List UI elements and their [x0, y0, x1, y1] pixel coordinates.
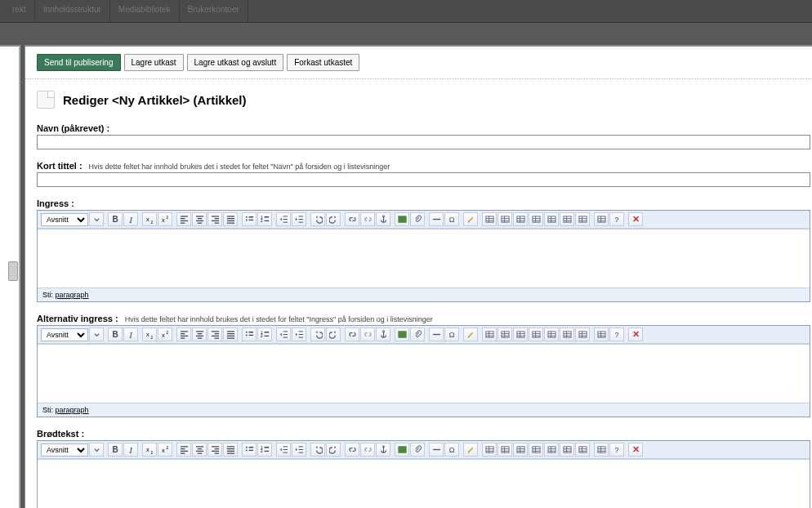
- undo-icon[interactable]: [310, 443, 325, 457]
- indent-icon[interactable]: [292, 328, 306, 341]
- outdent-icon[interactable]: [276, 443, 291, 457]
- align-justify-icon[interactable]: [223, 212, 238, 226]
- anchor-icon[interactable]: [376, 328, 390, 341]
- short-title-input[interactable]: [37, 172, 810, 187]
- format-select[interactable]: Avsnitt: [41, 328, 88, 341]
- redo-icon[interactable]: [326, 328, 341, 341]
- hr-icon[interactable]: [429, 212, 444, 226]
- format-select[interactable]: Avsnitt: [41, 213, 88, 226]
- table-col-icon[interactable]: [513, 328, 528, 341]
- table-del-icon[interactable]: [575, 443, 590, 457]
- remove-icon[interactable]: ✕: [628, 328, 643, 341]
- italic-icon[interactable]: I: [123, 212, 138, 226]
- redo-icon[interactable]: [326, 212, 341, 226]
- table-cell-icon[interactable]: [529, 212, 543, 226]
- table-icon[interactable]: [482, 328, 497, 341]
- format-dropdown-icon[interactable]: [89, 212, 104, 226]
- edit-html-icon[interactable]: [463, 212, 478, 226]
- bold-icon[interactable]: B: [108, 328, 123, 341]
- align-right-icon[interactable]: [207, 212, 222, 226]
- link-icon[interactable]: [345, 328, 359, 341]
- align-right-icon[interactable]: [207, 443, 222, 457]
- editor-body[interactable]: [38, 229, 810, 287]
- image-icon[interactable]: [395, 328, 409, 341]
- save-draft-button[interactable]: Lagre utkast: [124, 54, 184, 71]
- unordered-list-icon[interactable]: [242, 212, 257, 226]
- table-col-icon[interactable]: [513, 212, 528, 226]
- align-justify-icon[interactable]: [223, 328, 238, 341]
- ordered-list-icon[interactable]: 12: [257, 212, 272, 226]
- top-tab[interactable]: Innholdsstruktur: [35, 0, 110, 22]
- hr-icon[interactable]: [429, 328, 444, 341]
- italic-icon[interactable]: I: [123, 443, 138, 457]
- char-icon[interactable]: Ω: [444, 212, 459, 226]
- superscript-icon[interactable]: x2: [158, 212, 172, 226]
- align-center-icon[interactable]: [192, 212, 207, 226]
- align-left-icon[interactable]: [176, 212, 191, 226]
- char-icon[interactable]: Ω: [444, 328, 459, 341]
- editor-body[interactable]: [38, 459, 810, 508]
- unordered-list-icon[interactable]: [242, 443, 257, 457]
- ordered-list-icon[interactable]: 12: [257, 328, 272, 341]
- unlink-icon[interactable]: [360, 443, 375, 457]
- top-tab[interactable]: rekt: [4, 0, 35, 22]
- tool-a-icon[interactable]: [594, 328, 609, 341]
- image-icon[interactable]: [395, 443, 409, 457]
- char-icon[interactable]: Ω: [444, 443, 459, 457]
- format-select[interactable]: Avsnitt: [41, 443, 88, 457]
- table-del-icon[interactable]: [575, 328, 590, 341]
- align-justify-icon[interactable]: [223, 443, 238, 457]
- align-left-icon[interactable]: [176, 328, 191, 341]
- table-row-icon[interactable]: [497, 443, 512, 457]
- link-icon[interactable]: [345, 443, 359, 457]
- help-icon[interactable]: ?: [609, 212, 624, 226]
- undo-icon[interactable]: [310, 212, 325, 226]
- discard-button[interactable]: Forkast utkastet: [287, 54, 359, 71]
- unordered-list-icon[interactable]: [242, 328, 257, 341]
- align-left-icon[interactable]: [176, 443, 191, 457]
- redo-icon[interactable]: [326, 443, 341, 457]
- editor-body[interactable]: [38, 344, 810, 403]
- edit-html-icon[interactable]: [463, 443, 478, 457]
- table-merge-icon[interactable]: [560, 443, 574, 457]
- table-merge-icon[interactable]: [560, 328, 574, 341]
- table-cell-icon[interactable]: [529, 328, 543, 341]
- align-center-icon[interactable]: [192, 443, 207, 457]
- table-split-icon[interactable]: [544, 212, 559, 226]
- table-split-icon[interactable]: [544, 328, 559, 341]
- edit-html-icon[interactable]: [463, 328, 478, 341]
- anchor-icon[interactable]: [376, 443, 390, 457]
- tool-a-icon[interactable]: [594, 443, 609, 457]
- top-tab[interactable]: Brukerkontoer: [180, 0, 248, 22]
- indent-icon[interactable]: [292, 212, 306, 226]
- help-icon[interactable]: ?: [609, 328, 624, 341]
- undo-icon[interactable]: [310, 328, 325, 341]
- align-right-icon[interactable]: [207, 328, 222, 341]
- top-tab[interactable]: Mediabibliotek: [110, 0, 180, 22]
- hr-icon[interactable]: [429, 443, 444, 457]
- table-cell-icon[interactable]: [529, 443, 543, 457]
- help-icon[interactable]: ?: [609, 443, 624, 457]
- remove-icon[interactable]: ✕: [628, 212, 643, 226]
- bold-icon[interactable]: B: [108, 212, 123, 226]
- table-icon[interactable]: [482, 443, 497, 457]
- anchor-icon[interactable]: [376, 212, 390, 226]
- tool-a-icon[interactable]: [594, 212, 609, 226]
- outdent-icon[interactable]: [276, 212, 291, 226]
- table-col-icon[interactable]: [513, 443, 528, 457]
- link-icon[interactable]: [345, 212, 359, 226]
- superscript-icon[interactable]: x2: [158, 443, 172, 457]
- indent-icon[interactable]: [292, 443, 306, 457]
- superscript-icon[interactable]: x2: [158, 328, 172, 341]
- remove-icon[interactable]: ✕: [628, 443, 643, 457]
- table-del-icon[interactable]: [575, 212, 590, 226]
- unlink-icon[interactable]: [360, 328, 375, 341]
- table-row-icon[interactable]: [497, 328, 512, 341]
- attach-icon[interactable]: [410, 328, 425, 341]
- format-dropdown-icon[interactable]: [89, 328, 104, 341]
- table-row-icon[interactable]: [497, 212, 512, 226]
- italic-icon[interactable]: I: [123, 328, 138, 341]
- bold-icon[interactable]: B: [108, 443, 123, 457]
- outdent-icon[interactable]: [276, 328, 291, 341]
- unlink-icon[interactable]: [360, 212, 375, 226]
